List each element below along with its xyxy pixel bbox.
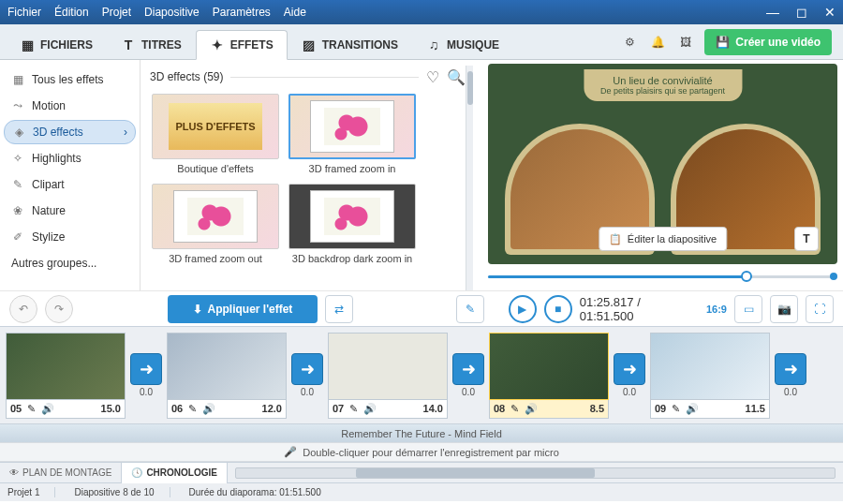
undo-button[interactable]: ↶ [9, 295, 37, 323]
volume-icon[interactable]: 🔊 [363, 403, 377, 415]
effects-count: 3D effects (59) [150, 70, 223, 83]
cat-highlights[interactable]: ✧Highlights [4, 146, 136, 170]
slide-08[interactable]: 08✎🔊8.5 [489, 333, 609, 419]
tab-plan[interactable]: 👁PLAN DE MONTAGE [0, 463, 122, 483]
transition-1[interactable]: ➜0.0 [127, 353, 165, 397]
cat-other[interactable]: Autres groupes... [4, 251, 136, 275]
close-icon[interactable]: ✕ [824, 5, 836, 20]
arrow-right-icon: ➜ [291, 353, 323, 385]
record-track[interactable]: 🎤Double-cliquer pour démarrer l'enregist… [0, 443, 843, 462]
tab-effects[interactable]: ✦EFFETS [196, 30, 288, 60]
tab-titles[interactable]: TTITRES [107, 29, 196, 59]
menu-file[interactable]: Fichier [7, 6, 41, 19]
effect-shop[interactable]: PLUS D'EFFETS Boutique d'effets [152, 94, 279, 174]
mic-icon: 🎤 [284, 446, 297, 458]
play-button[interactable]: ▶ [509, 295, 537, 323]
effect-3d-framed-zoom-out[interactable]: 3D framed zoom out [152, 184, 279, 264]
music-track[interactable]: Remember The Future - Mind Field [0, 424, 843, 443]
effect-3d-framed-zoom-in[interactable]: 3D framed zoom in [288, 94, 416, 174]
pencil-icon[interactable]: ✎ [188, 403, 197, 415]
snapshot-icon[interactable]: 🖼 [676, 33, 695, 52]
grid-icon: ▦ [11, 73, 24, 86]
crop-button[interactable]: ▭ [734, 295, 762, 323]
slide-05[interactable]: 05✎🔊15.0 [6, 333, 126, 419]
window-controls: — ◻ ✕ [766, 5, 836, 20]
edit-icon: 📋 [609, 233, 622, 245]
cat-all[interactable]: ▦Tous les effets [4, 67, 136, 92]
timecode: 01:25.817 / 01:51.500 [580, 295, 691, 323]
transition-4[interactable]: ➜0.0 [611, 353, 648, 397]
chevron-right-icon: › [124, 126, 127, 139]
minimize-icon[interactable]: — [766, 5, 779, 20]
brush-button[interactable]: ✎ [456, 295, 484, 323]
action-row: ↶ ↷ ⬇Appliquer l'effet ⇄ ✎ ▶ ■ 01:25.817… [0, 290, 843, 326]
slide-06[interactable]: 06✎🔊12.0 [167, 333, 287, 419]
favorite-icon[interactable]: ♡ [426, 68, 439, 86]
transition-3[interactable]: ➜0.0 [450, 353, 487, 397]
transition-5[interactable]: ➜0.0 [772, 353, 809, 397]
menu-edit[interactable]: Édition [54, 6, 89, 19]
tab-music[interactable]: ♫MUSIQUE [412, 29, 513, 59]
search-icon[interactable]: 🔍 [447, 68, 466, 86]
preview-slider[interactable] [488, 268, 837, 285]
slide-09[interactable]: 09✎🔊11.5 [650, 333, 770, 419]
shuffle-button[interactable]: ⇄ [325, 295, 353, 323]
menu-project[interactable]: Projet [102, 6, 131, 19]
fullscreen-button[interactable]: ⛶ [806, 295, 834, 323]
title-bar: Fichier Édition Projet Diapositive Param… [0, 0, 843, 24]
transitions-icon: ▨ [302, 37, 317, 52]
menu-slide[interactable]: Diapositive [144, 6, 200, 19]
cat-motion[interactable]: ⤳Motion [4, 94, 136, 118]
aspect-ratio[interactable]: 16:9 [706, 304, 727, 315]
timeline[interactable]: 05✎🔊15.0 ➜0.0 06✎🔊12.0 ➜0.0 07✎🔊14.0 ➜0.… [0, 326, 843, 423]
effects-grid: PLUS D'EFFETS Boutique d'effets 3D frame… [150, 88, 466, 290]
camera-button[interactable]: 📷 [770, 295, 798, 323]
arrow-right-icon: ➜ [452, 353, 484, 385]
edit-slide-button[interactable]: 📋Éditer la diapositive [599, 227, 727, 251]
pencil-icon[interactable]: ✎ [672, 403, 680, 415]
slide-07[interactable]: 07✎🔊14.0 [328, 333, 448, 419]
clock-icon: 🕓 [131, 467, 142, 478]
pencil-icon[interactable]: ✎ [510, 403, 519, 415]
tab-chrono[interactable]: 🕓CHRONOLOGIE [122, 463, 228, 483]
effect-3d-backdrop-dark[interactable]: 3D backdrop dark zoom in [288, 184, 416, 264]
effects-icon: ✦ [210, 37, 225, 52]
tab-transitions[interactable]: ▨TRANSITIONS [288, 29, 412, 59]
menu-bar: Fichier Édition Projet Diapositive Param… [7, 6, 306, 19]
text-tool-button[interactable]: T [794, 227, 819, 251]
volume-icon[interactable]: 🔊 [525, 403, 538, 415]
volume-icon[interactable]: 🔊 [686, 403, 699, 415]
stop-button[interactable]: ■ [544, 295, 572, 323]
category-sidebar: ▦Tous les effets ⤳Motion ◈3D effects› ✧H… [0, 60, 140, 290]
menu-settings[interactable]: Paramètres [213, 6, 271, 19]
volume-icon[interactable]: 🔊 [202, 403, 215, 415]
cube-icon: ◈ [12, 126, 25, 139]
create-video-button[interactable]: 💾Créer une vidéo [704, 29, 832, 55]
arrow-right-icon: ➜ [130, 353, 162, 385]
save-icon: 💾 [716, 36, 730, 49]
horizontal-scrollbar[interactable] [235, 467, 836, 479]
menu-help[interactable]: Aide [284, 6, 306, 19]
transition-2[interactable]: ➜0.0 [288, 353, 326, 397]
cat-3d[interactable]: ◈3D effects› [4, 120, 136, 144]
motion-icon: ⤳ [11, 99, 24, 112]
pencil-icon[interactable]: ✎ [27, 403, 36, 415]
preview-pane: Un lieu de convivialité De petits plaisi… [482, 60, 843, 290]
cat-stylize[interactable]: ✐Stylize [4, 225, 136, 249]
maximize-icon[interactable]: ◻ [796, 5, 807, 20]
brush-icon: ✐ [11, 230, 24, 244]
cat-nature[interactable]: ❀Nature [4, 199, 136, 223]
titles-icon: T [121, 37, 136, 52]
apply-effect-button[interactable]: ⬇Appliquer l'effet [168, 295, 318, 323]
download-icon: ⬇ [193, 303, 202, 316]
pencil-icon[interactable]: ✎ [349, 403, 358, 415]
effects-scrollbar[interactable] [466, 66, 473, 290]
redo-button[interactable]: ↷ [45, 295, 73, 323]
settings-icon[interactable]: ⚙ [620, 33, 639, 52]
status-bar: Projet 1 Diapositive 8 de 10 Durée du di… [0, 482, 843, 501]
volume-icon[interactable]: 🔊 [41, 403, 54, 415]
cat-clipart[interactable]: ✎Clipart [4, 172, 136, 197]
bell-icon[interactable]: 🔔 [648, 33, 667, 52]
music-icon: ♫ [426, 37, 441, 52]
tab-files[interactable]: ▦FICHIERS [6, 29, 107, 59]
